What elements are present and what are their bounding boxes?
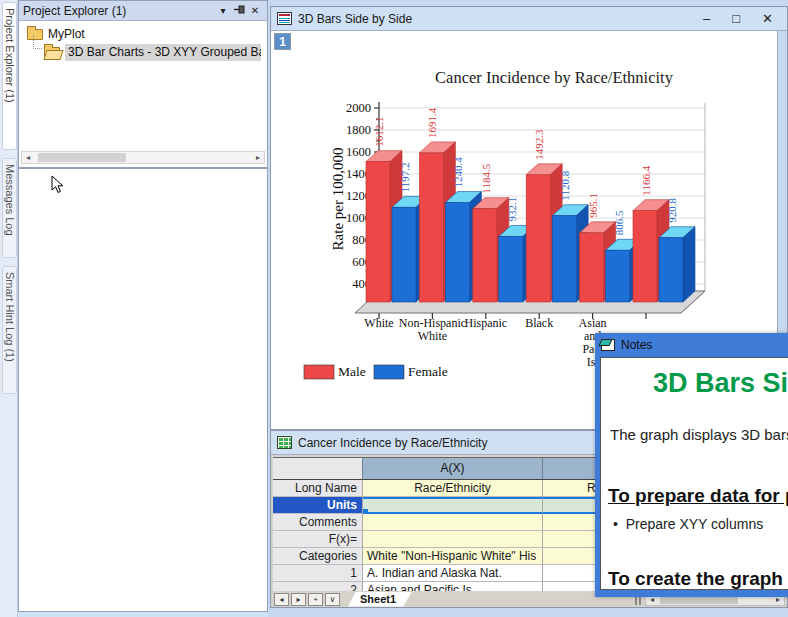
project-explorer-contents-pane xyxy=(18,168,268,612)
rail-tab-smart-hint-log-1-[interactable]: Smart Hint Log (1) xyxy=(2,266,17,394)
notes-title: Notes xyxy=(621,338,652,352)
bar-value-label: 965.1 xyxy=(587,193,599,218)
bar-male-4[interactable] xyxy=(580,233,604,302)
app-root: { "left_rail": { "tabs": [ { "label": "P… xyxy=(0,0,788,617)
notes-bullet-item: • Prepare XYY columns xyxy=(613,516,763,532)
bar-female-0[interactable] xyxy=(392,207,416,302)
dock-tab-rail: Project Explorer (1)Messages LogSmart Hi… xyxy=(0,0,18,617)
layer-badge[interactable]: 1 xyxy=(274,33,291,50)
bar-side-female-5 xyxy=(683,227,695,302)
bar-female-1[interactable] xyxy=(445,203,469,302)
x-category-label: Hispanic xyxy=(464,316,507,330)
tree-item-label: 3D Bar Charts - 3D XYY Grouped Bars f xyxy=(65,44,261,61)
bar-male-5[interactable] xyxy=(633,211,657,302)
panel-pin-icon[interactable] xyxy=(231,5,247,16)
notes-paragraph: The graph displays 3D bars side by side xyxy=(610,426,788,443)
cell-a[interactable] xyxy=(363,531,543,548)
scroll-left-icon[interactable]: ◂ xyxy=(22,152,34,163)
panel-dropdown-icon[interactable]: ▾ xyxy=(215,5,231,16)
legend-swatch-female xyxy=(374,365,404,379)
x-category-label: Asian xyxy=(579,316,607,330)
bar-value-label: 1240.4 xyxy=(452,157,464,188)
bar-male-1[interactable] xyxy=(419,153,443,302)
bar-value-label: 920.8 xyxy=(666,197,678,222)
graph-window-title: 3D Bars Side by Side xyxy=(298,12,412,26)
bar-value-label: 1120.8 xyxy=(559,170,571,200)
row-header[interactable]: F(x)= xyxy=(273,531,363,548)
x-category-label: White xyxy=(418,329,447,343)
bullet-marker: • xyxy=(613,516,618,532)
y-tick-label: 2000 xyxy=(346,101,371,115)
mdi-workspace: 3D Bars Side by Side – □ ✕ 1 40060080010… xyxy=(268,0,788,617)
cell-a[interactable] xyxy=(363,514,543,531)
row-header[interactable]: Categories xyxy=(273,548,363,565)
mouse-cursor xyxy=(51,175,64,194)
cell-a[interactable] xyxy=(363,497,543,514)
legend-label: Male xyxy=(338,364,366,379)
y-axis-title: Rate per 100,000 xyxy=(330,148,346,251)
row-header[interactable]: Long Name xyxy=(273,480,363,497)
bar-male-0[interactable] xyxy=(366,162,390,302)
cell-a[interactable]: White "Non-Hispanic White" His xyxy=(363,548,543,565)
cell-a[interactable]: A. Indian and Alaska Nat. xyxy=(363,565,543,582)
bar-male-3[interactable] xyxy=(526,175,550,302)
bar-value-label: 1197.2 xyxy=(399,162,411,192)
column-header-A[interactable]: A(X) xyxy=(363,458,543,480)
row-header[interactable]: 1 xyxy=(273,565,363,582)
minimize-icon[interactable]: – xyxy=(703,11,710,26)
sheet-nav-button[interactable]: ▸ xyxy=(291,593,306,606)
bar-female-4[interactable] xyxy=(606,250,630,302)
selection-handle[interactable] xyxy=(363,509,368,514)
notes-window[interactable]: Notes 3D Bars Side by Side The graph dis… xyxy=(595,333,788,597)
project-explorer-hscrollbar[interactable]: ◂ ▸ xyxy=(21,151,265,164)
bar-female-3[interactable] xyxy=(552,216,576,302)
bar-value-label: 1492.3 xyxy=(533,129,545,160)
row-header[interactable]: Comments xyxy=(273,514,363,531)
y-tick-label: 1800 xyxy=(346,123,371,137)
notes-section-heading: To prepare data for plot xyxy=(608,485,788,507)
worksheet-icon xyxy=(277,436,292,449)
x-category-label: White xyxy=(364,316,393,330)
sheet-nav-button[interactable]: ◂ xyxy=(274,593,289,606)
graph-window-titlebar[interactable]: 3D Bars Side by Side – □ ✕ xyxy=(271,7,787,31)
scrollbar-thumb[interactable] xyxy=(38,153,126,162)
bar-value-label: 1612.1 xyxy=(373,116,385,146)
column-header[interactable] xyxy=(273,458,363,480)
tree-item-3d-bar-charts[interactable]: 3D Bar Charts - 3D XYY Grouped Bars f xyxy=(44,44,261,61)
bar-value-label: 1691.4 xyxy=(426,107,438,138)
project-explorer-panel: Project Explorer (1) ▾ ✕ MyPlot 3D Bar C… xyxy=(18,0,268,168)
y-tick-label: 1600 xyxy=(346,145,371,159)
notes-icon xyxy=(601,339,615,351)
notes-heading: 3D Bars Side by Side xyxy=(653,368,788,399)
x-category-label: Black xyxy=(525,316,553,330)
row-header[interactable]: Units xyxy=(273,497,363,514)
notes-section-heading-2: To create the graph xyxy=(608,568,783,590)
bar-female-2[interactable] xyxy=(499,236,523,302)
tree-item-label: MyPlot xyxy=(48,27,85,41)
project-explorer-header: Project Explorer (1) ▾ ✕ xyxy=(19,1,267,21)
legend-label: Female xyxy=(408,364,448,379)
project-explorer-title: Project Explorer (1) xyxy=(23,4,215,18)
sheet-tab-sheet1[interactable]: Sheet1 xyxy=(348,592,412,607)
bar-value-label: 1166.4 xyxy=(640,165,652,195)
panel-close-icon[interactable]: ✕ xyxy=(247,5,263,16)
cell-a[interactable]: Race/Ethnicity xyxy=(363,480,543,497)
notes-titlebar[interactable]: Notes xyxy=(595,333,788,357)
graph-window-icon xyxy=(277,12,292,25)
bar-male-2[interactable] xyxy=(473,209,497,302)
bar-value-label: 932.1 xyxy=(506,197,518,222)
folder-open-icon xyxy=(44,47,60,58)
chart-title: Cancer Incidence by Race/Ethnicity xyxy=(435,68,674,87)
rail-tab-project-explorer-1-[interactable]: Project Explorer (1) xyxy=(2,2,17,150)
sheet-nav-button[interactable]: ∨ xyxy=(325,593,340,606)
bar-female-5[interactable] xyxy=(659,238,683,302)
sheet-nav-button[interactable]: + xyxy=(308,593,323,606)
close-icon[interactable]: ✕ xyxy=(762,11,773,26)
bar-value-label: 1184.5 xyxy=(480,163,492,193)
scroll-right-icon[interactable]: ▸ xyxy=(252,152,264,163)
x-category-label: Non-Hispanic xyxy=(399,316,466,330)
rail-tab-messages-log[interactable]: Messages Log xyxy=(2,158,17,258)
worksheet-title: Cancer Incidence by Race/Ethnicity xyxy=(298,436,487,450)
legend-swatch-male xyxy=(304,365,334,379)
maximize-icon[interactable]: □ xyxy=(732,11,740,26)
